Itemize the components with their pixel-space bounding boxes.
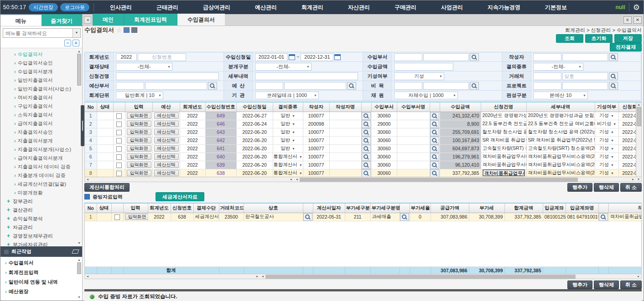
table-row[interactable]: 1입력화면예산선택20226492022-06-27일반▼10007730060… <box>85 112 636 120</box>
clear-recent-icon[interactable] <box>72 250 79 254</box>
save-button[interactable]: 저장 <box>614 34 642 43</box>
column-header-입금계좌[interactable]: 입금계좌 <box>543 204 566 213</box>
cell-reqno[interactable]: 641 <box>205 144 236 153</box>
menu-search-input[interactable] <box>3 31 73 36</box>
cell-kind[interactable]: 일반▼ <box>273 128 303 136</box>
cell-reqno[interactable]: 643 <box>205 128 236 136</box>
scroll-right-icon[interactable]: ► <box>630 177 636 182</box>
cell-budget[interactable]: 예산선택 <box>152 112 180 120</box>
recent-scrollbar[interactable]: ▲ ▼ <box>77 258 82 300</box>
scrollbar-thumb[interactable] <box>265 275 576 279</box>
refresh-icon[interactable] <box>131 27 137 33</box>
budget-select-button[interactable]: 예산선택 <box>154 121 179 127</box>
field-input[interactable] <box>116 53 137 61</box>
table-row[interactable]: 4입력화면예산선택20226422022-06-20일반▼10007730060… <box>85 136 636 144</box>
cell-mag1[interactable] <box>361 161 371 169</box>
sidebar-item-일반지출결의서[interactable]: ›일반지출결의서 <box>0 76 82 85</box>
cell-select[interactable]: 통합계산서▼ <box>275 153 301 160</box>
cell-chk[interactable] <box>113 120 125 128</box>
calendar-icon[interactable] <box>289 54 295 60</box>
sidebar-item-미분개현황[interactable]: ›미분개현황 <box>0 189 82 197</box>
search-lookup-button[interactable] <box>430 112 439 120</box>
cell-budget[interactable]: 예산선택 <box>152 161 180 169</box>
top-menu-item[interactable]: 자산관리 <box>336 0 382 14</box>
column-header-세부내역[interactable]: 세부내역 <box>526 102 595 112</box>
search-lookup-button[interactable] <box>303 213 312 221</box>
field-input[interactable] <box>423 53 469 61</box>
column-header-상태[interactable]: 상태 <box>97 102 113 112</box>
cell-budget[interactable]: 예산선택 <box>152 153 180 161</box>
table-row[interactable]: 6입력화면예산선택20226402022-06-20통합계산서▼10007730… <box>85 153 636 161</box>
top-menu-item[interactable]: 사업관리 <box>429 0 475 14</box>
cell-mag1[interactable] <box>361 153 371 161</box>
top-menu-item[interactable]: 예산관리 <box>243 0 289 14</box>
add-row-button[interactable]: 행추가 <box>567 183 592 192</box>
invoice-merge-button[interactable]: 계산서통합처리 <box>84 183 130 192</box>
budget-select-button[interactable]: 예산선택 <box>154 145 179 152</box>
cell-mag1[interactable] <box>361 128 371 136</box>
cell-mag2[interactable] <box>430 112 440 120</box>
sidebar-tab-favorites[interactable]: 즐겨찾기 <box>42 14 83 26</box>
scroll-up-icon[interactable]: ▲ <box>637 102 640 107</box>
column-header-결의종류[interactable]: 결의종류 <box>273 102 303 112</box>
row-checkbox[interactable] <box>116 146 122 152</box>
column-header-회계년도[interactable]: 회계년도 <box>148 204 171 213</box>
column-header-부가세구분명[interactable]: 부가세구분명 <box>370 204 400 213</box>
search-lookup-button[interactable] <box>609 82 618 90</box>
cell-chk[interactable] <box>113 112 125 120</box>
sidebar-item-자금관리[interactable]: +자금관리 <box>0 223 82 232</box>
cell-edit-box[interactable]: 객차비품취급업무서비스용역 <box>483 169 525 176</box>
cell-input[interactable]: 입력화면 <box>125 144 152 153</box>
scroll-left-icon[interactable]: ◄ <box>294 177 300 182</box>
cell-select[interactable]: 일반▼ <box>275 129 301 135</box>
scrollbar-thumb[interactable] <box>637 107 641 126</box>
cell-select[interactable]: 기성▼ <box>597 170 617 176</box>
column-header-수입신청번호[interactable]: 수입신청번호 <box>205 102 236 112</box>
cell-input[interactable]: 입력화면 <box>125 120 152 128</box>
column-header-상호[interactable]: 상호 <box>244 204 303 213</box>
cell-select[interactable]: 비기성▼ <box>597 121 617 127</box>
search-lookup-button[interactable] <box>362 137 371 144</box>
close-tab-icon[interactable]: ✕ <box>634 16 642 24</box>
input-screen-button[interactable]: 입력화면 <box>127 162 151 168</box>
field-input[interactable] <box>394 82 422 90</box>
row-checkbox[interactable] <box>116 113 122 119</box>
sidebar-item-수입결의서[interactable]: ›수입결의서 <box>0 50 82 59</box>
column-header-icon[interactable] <box>361 102 371 112</box>
row-checkbox[interactable] <box>116 171 122 176</box>
column-header-icon[interactable] <box>303 204 313 213</box>
scroll-right-icon[interactable]: ► <box>289 177 294 182</box>
cell-input[interactable]: 입력화면 <box>125 136 152 144</box>
cell-reqno[interactable]: 640 <box>205 153 236 161</box>
top-menu-item[interactable]: 인사관리 <box>98 0 144 14</box>
column-header-icon[interactable] <box>400 204 410 213</box>
column-header-계산서일자[interactable]: 계산서일자 <box>313 204 345 213</box>
cell-mag2[interactable] <box>430 153 440 161</box>
search-lookup-button[interactable] <box>430 137 439 144</box>
cell-select[interactable]: 기성▼ <box>597 162 617 168</box>
sidebar-item-결산관리[interactable]: +결산관리 <box>0 206 82 214</box>
search-lookup-button[interactable] <box>470 53 479 61</box>
table-row[interactable]: 7입력화면예산선택20226392022-06-20통합계산서▼10007730… <box>85 161 636 169</box>
row-checkbox[interactable] <box>116 163 122 168</box>
tree-scrollbar[interactable]: ▲ ▼ <box>77 49 82 245</box>
tab-list-icon[interactable]: ≡ <box>623 16 632 24</box>
input-screen-button[interactable]: 입력화면 <box>125 214 148 220</box>
cell-input[interactable]: 입력화면 <box>125 169 152 177</box>
cell-kind[interactable]: 일반▼ <box>273 136 303 144</box>
logout-button[interactable]: 로그아웃 <box>60 3 89 11</box>
field-input[interactable] <box>255 82 283 90</box>
search-lookup-button[interactable] <box>362 112 371 120</box>
scrollbar-thumb[interactable] <box>77 262 81 274</box>
column-header-부가세[interactable]: 부가세 <box>469 204 504 213</box>
row-checkbox[interactable] <box>116 130 122 135</box>
cell-kind[interactable]: 일반▼ <box>273 112 303 120</box>
search-lookup-button[interactable] <box>362 128 371 136</box>
cell-reqno[interactable]: 649 <box>205 112 236 120</box>
cell-input[interactable]: 입력화면 <box>125 153 152 161</box>
cell-select[interactable]: 기성▼ <box>597 145 617 152</box>
cell-reqno[interactable]: 642 <box>205 136 236 144</box>
column-header-icon[interactable] <box>111 204 123 213</box>
input-screen-button[interactable]: 입력화면 <box>127 145 151 152</box>
scroll-down-icon[interactable]: ▼ <box>78 241 81 245</box>
